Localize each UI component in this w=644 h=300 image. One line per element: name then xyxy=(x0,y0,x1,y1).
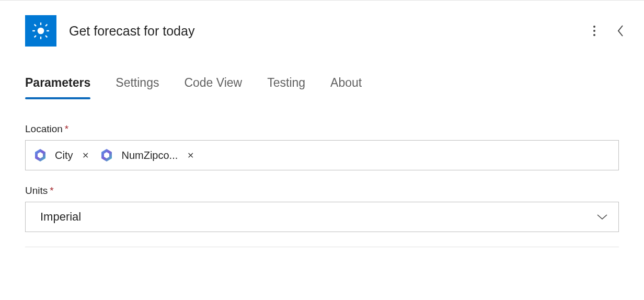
dynamic-content-icon xyxy=(32,147,49,164)
token-label: NumZipco... xyxy=(121,149,178,161)
action-panel: Get forecast for today Parameters Settin… xyxy=(0,0,644,247)
location-label: Location* xyxy=(25,123,619,135)
more-button[interactable] xyxy=(590,21,599,40)
panel-header: Get forecast for today xyxy=(0,1,644,51)
connector-icon-box xyxy=(25,15,56,47)
svg-point-0 xyxy=(38,28,44,34)
units-select[interactable]: Imperial xyxy=(25,202,619,232)
token-remove-button[interactable]: ✕ xyxy=(184,151,197,160)
sun-icon xyxy=(31,21,51,41)
required-indicator: * xyxy=(65,123,68,134)
tab-testing[interactable]: Testing xyxy=(267,76,305,98)
field-units: Units* Imperial xyxy=(25,185,619,232)
svg-point-9 xyxy=(593,26,595,28)
header-actions xyxy=(590,21,631,41)
svg-line-7 xyxy=(34,36,36,37)
tab-about[interactable]: About xyxy=(330,76,362,98)
units-label: Units* xyxy=(25,185,619,197)
label-text: Units xyxy=(25,185,48,196)
location-input[interactable]: City ✕ NumZipco... ✕ xyxy=(25,140,619,170)
label-text: Location xyxy=(25,123,63,134)
tab-settings[interactable]: Settings xyxy=(116,76,159,98)
svg-point-10 xyxy=(593,30,595,32)
tab-code-view[interactable]: Code View xyxy=(184,76,242,98)
svg-line-8 xyxy=(45,25,47,26)
tab-label: Settings xyxy=(116,76,159,89)
token-remove-button[interactable]: ✕ xyxy=(79,151,92,160)
tab-parameters[interactable]: Parameters xyxy=(25,76,90,98)
parameters-form: Location* Ci xyxy=(0,98,644,232)
tab-label: Code View xyxy=(184,76,242,89)
units-value: Imperial xyxy=(40,210,81,224)
svg-point-11 xyxy=(593,34,595,36)
tab-label: Parameters xyxy=(25,76,90,89)
tab-label: Testing xyxy=(267,76,305,89)
collapse-button[interactable] xyxy=(614,21,627,41)
more-vertical-icon xyxy=(593,25,596,37)
tab-label: About xyxy=(330,76,362,89)
svg-line-4 xyxy=(45,36,47,37)
token-city[interactable]: City ✕ xyxy=(32,147,92,164)
chevron-left-icon xyxy=(617,24,624,38)
field-location: Location* Ci xyxy=(25,123,619,170)
section-divider xyxy=(25,247,619,247)
token-zipcode[interactable]: NumZipco... ✕ xyxy=(98,147,197,164)
action-title: Get forecast for today xyxy=(69,24,577,39)
svg-line-3 xyxy=(34,25,36,26)
required-indicator: * xyxy=(50,185,53,196)
dynamic-content-icon xyxy=(98,147,115,164)
tab-bar: Parameters Settings Code View Testing Ab… xyxy=(0,51,644,98)
token-label: City xyxy=(55,149,73,161)
chevron-down-icon xyxy=(596,213,608,221)
